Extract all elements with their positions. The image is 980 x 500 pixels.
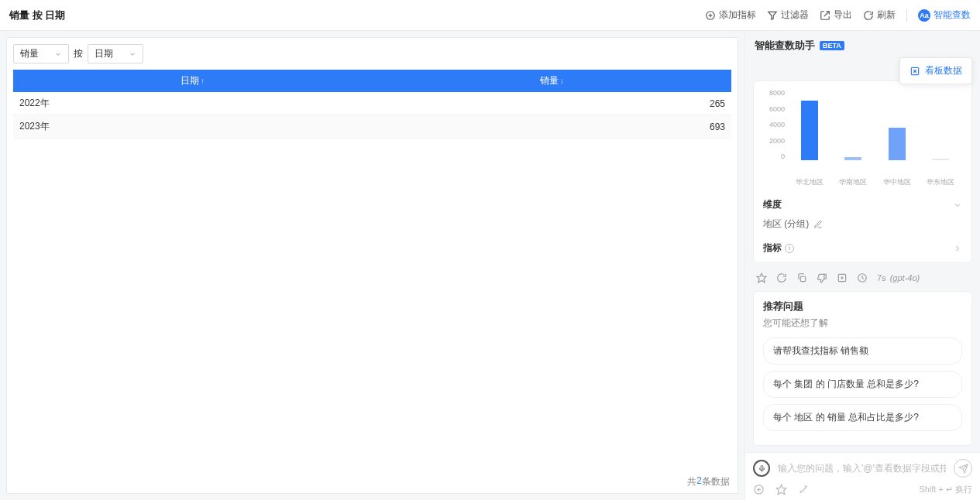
export-icon	[820, 10, 830, 21]
chart-card: 80006000400020000 华北地区华南地区华中地区华东地区 维度 地区…	[753, 80, 972, 263]
chart-xtick: 华南地区	[837, 177, 868, 187]
cell-date: 2022年	[13, 92, 373, 115]
divider	[906, 9, 907, 22]
svg-rect-8	[800, 276, 805, 281]
copy-icon[interactable]	[796, 272, 807, 283]
col-header-date[interactable]: 日期↑	[13, 70, 373, 92]
suggestion-item[interactable]: 每个 地区 的 销量 总和占比是多少?	[763, 404, 962, 431]
svg-marker-3	[769, 12, 777, 19]
dimension-section-label: 维度	[763, 198, 782, 211]
shortcut-hint: Shift + ↵ 换行	[919, 484, 972, 495]
chart-plot	[788, 89, 962, 160]
chart-yaxis: 80006000400020000	[763, 89, 786, 160]
refresh-label: 刷新	[877, 9, 896, 22]
suggestions-subtitle: 您可能还想了解	[763, 317, 962, 330]
send-button[interactable]	[954, 459, 972, 478]
voice-icon	[758, 464, 766, 473]
share-icon[interactable]	[837, 272, 848, 283]
chart-bar[interactable]	[889, 128, 906, 160]
refresh-button[interactable]: 刷新	[863, 9, 896, 22]
chart-bar[interactable]	[801, 101, 818, 160]
page-title: 销量 按 日期	[9, 9, 65, 22]
table-footer: 共2条数据	[13, 471, 731, 490]
brand-button[interactable]: Aa 智能查数	[918, 9, 971, 22]
suggestions-title: 推荐问题	[763, 300, 962, 313]
close-square-icon	[910, 66, 920, 77]
suggestions-card: 推荐问题 您可能还想了解 请帮我查找指标 销售额每个 集团 的 门店数量 总和是…	[753, 291, 972, 446]
cell-date: 2023年	[13, 115, 373, 139]
magic-icon[interactable]	[798, 484, 810, 495]
chevron-right-icon[interactable]	[953, 244, 962, 253]
metric-select-value: 销量	[20, 47, 39, 60]
brand-label: 智能查数	[934, 9, 971, 22]
chart-xtick: 华北地区	[794, 177, 825, 187]
chart-xaxis: 华北地区华南地区华中地区华东地区	[788, 177, 962, 187]
chevron-down-icon	[54, 50, 62, 58]
dimension-value: 地区 (分组)	[763, 217, 809, 231]
star-icon[interactable]	[756, 272, 767, 283]
cell-value: 693	[373, 115, 732, 139]
svg-marker-16	[776, 485, 786, 495]
chart-bar[interactable]	[932, 159, 949, 160]
header: 销量 按 日期 添加指标 过滤器 导出 刷新 Aa 智能查数	[0, 0, 980, 31]
table-row[interactable]: 2023年693	[13, 115, 731, 139]
chart-xtick: 华中地区	[882, 177, 913, 187]
metric-section-label: 指标	[763, 241, 782, 255]
send-icon	[958, 464, 968, 474]
svg-rect-11	[761, 465, 763, 469]
metric-select[interactable]: 销量	[13, 44, 69, 63]
kanban-data-button[interactable]: 看板数据	[899, 57, 972, 84]
svg-marker-7	[757, 273, 766, 283]
cell-value: 265	[373, 92, 732, 115]
input-zone: Shift + ↵ 换行	[745, 452, 980, 500]
filter-label: 过滤器	[781, 9, 809, 22]
clock-icon	[857, 272, 868, 283]
add-metric-label: 添加指标	[719, 9, 756, 22]
suggestion-item[interactable]: 请帮我查找指标 销售额	[763, 337, 962, 365]
info-icon[interactable]: i	[785, 244, 794, 253]
add-metric-button[interactable]: 添加指标	[705, 9, 756, 22]
main-panel: 销量 按 日期 日期↑ 销量↓	[0, 31, 744, 500]
model-text: (gpt-4o)	[890, 273, 920, 283]
refresh-icon	[863, 10, 874, 21]
col-header-value[interactable]: 销量↓	[373, 70, 732, 92]
assistant-title: 智能查数助手	[755, 39, 815, 53]
data-table: 日期↑ 销量↓ 2022年2652023年693	[13, 70, 731, 139]
retry-icon[interactable]	[776, 272, 787, 283]
assistant-panel: 智能查数助手 BETA 看板数据 80006000400020000 华北地区华…	[744, 31, 980, 500]
header-actions: 添加指标 过滤器 导出 刷新 Aa 智能查数	[705, 9, 971, 22]
filter-icon	[767, 10, 778, 21]
edit-icon[interactable]	[813, 220, 823, 229]
voice-button[interactable]	[753, 460, 770, 477]
thumbs-down-icon[interactable]	[817, 272, 827, 283]
brand-icon: Aa	[918, 9, 930, 22]
export-label: 导出	[834, 9, 852, 22]
dimension-select[interactable]: 日期	[88, 44, 143, 63]
chevron-down-icon	[129, 50, 136, 58]
kanban-label: 看板数据	[925, 64, 962, 77]
suggestion-item[interactable]: 每个 集团 的 门店数量 总和是多少?	[763, 371, 962, 398]
attach-plus-icon[interactable]	[753, 484, 765, 495]
result-actions: 7s (gpt-4o)	[745, 269, 980, 291]
beta-badge: BETA	[820, 41, 844, 50]
timing-text: 7s	[877, 273, 886, 283]
chart-xtick: 华东地区	[925, 177, 956, 187]
by-word: 按	[74, 47, 83, 60]
fav-star-icon[interactable]	[775, 484, 787, 495]
table-row[interactable]: 2022年265	[13, 92, 731, 115]
filter-button[interactable]: 过滤器	[767, 9, 809, 22]
question-input[interactable]	[778, 463, 946, 474]
plus-circle-icon	[705, 10, 716, 21]
export-button[interactable]: 导出	[820, 9, 852, 22]
dimension-select-value: 日期	[95, 47, 113, 60]
chart-bar[interactable]	[844, 157, 861, 160]
chevron-down-icon[interactable]	[953, 200, 962, 210]
